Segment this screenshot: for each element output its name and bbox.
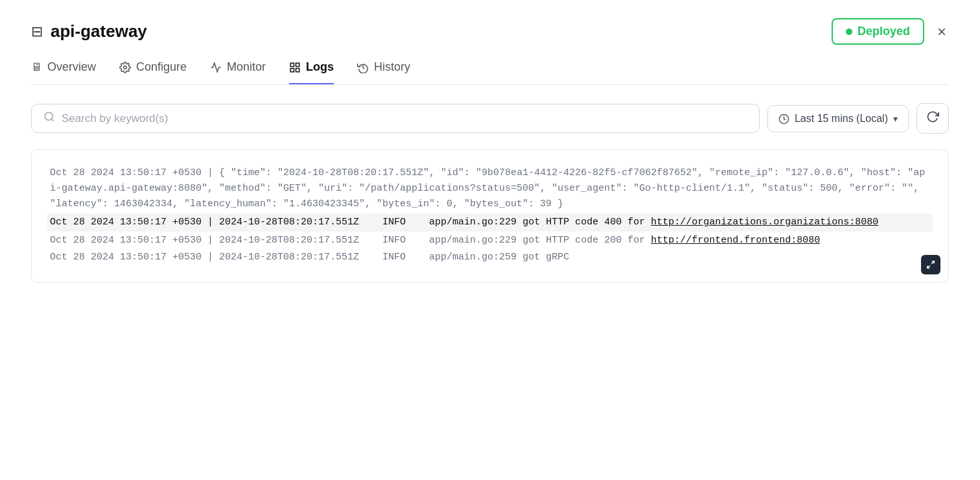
tab-logs[interactable]: Logs: [289, 60, 334, 84]
logs-icon: [289, 61, 301, 74]
svg-point-5: [45, 112, 52, 120]
tab-monitor-label: Monitor: [227, 60, 266, 74]
search-input[interactable]: [62, 112, 747, 125]
nav-tabs: 🖥 Overview Configure Monitor: [31, 60, 949, 85]
svg-rect-1: [290, 63, 294, 66]
search-row: Last 15 mins (Local) ▾: [31, 103, 949, 134]
tab-configure[interactable]: Configure: [119, 60, 187, 84]
tab-monitor[interactable]: Monitor: [210, 60, 266, 84]
close-icon: ×: [937, 23, 946, 40]
log-container: Oct 28 2024 13:50:17 +0530 | { "time": "…: [31, 149, 949, 283]
refresh-button[interactable]: [916, 103, 949, 134]
overview-icon: 🖥: [31, 61, 42, 74]
header-left: ⊟ api-gateway: [31, 21, 147, 42]
refresh-icon: [926, 110, 939, 126]
service-icon: ⊟: [31, 23, 43, 40]
monitor-icon: [210, 61, 222, 74]
svg-rect-3: [296, 69, 299, 72]
tab-history-label: History: [374, 60, 410, 74]
log-entry: Oct 28 2024 13:50:17 +0530 | 2024-10-28T…: [50, 233, 930, 248]
log-entry: Oct 28 2024 13:50:17 +0530 | { "time": "…: [50, 165, 930, 212]
page-title: api-gateway: [51, 21, 147, 42]
header-right: Deployed ×: [832, 18, 949, 45]
close-button[interactable]: ×: [935, 21, 949, 42]
svg-rect-2: [296, 63, 299, 66]
log-entry: Oct 28 2024 13:50:17 +0530 | 2024-10-28T…: [47, 213, 933, 232]
page-header: ⊟ api-gateway Deployed ×: [31, 18, 949, 45]
tab-overview-label: Overview: [47, 60, 96, 74]
log-link[interactable]: http://frontend.frontend:8080: [651, 235, 820, 246]
log-timestamp: Oct 28 2024 13:50:17 +0530: [50, 235, 202, 246]
svg-line-6: [51, 119, 53, 121]
deployed-status-dot: [846, 29, 852, 35]
tab-configure-label: Configure: [136, 60, 187, 74]
search-icon: [43, 111, 55, 126]
search-container: [31, 104, 760, 133]
expand-button[interactable]: [921, 255, 940, 274]
history-icon: [357, 61, 369, 74]
log-timestamp: Oct 28 2024 13:50:17 +0530: [50, 252, 202, 263]
deployed-badge: Deployed: [832, 18, 924, 45]
log-timestamp: Oct 28 2024 13:50:17 +0530: [50, 217, 202, 228]
chevron-down-icon: ▾: [893, 114, 898, 124]
log-entry: Oct 28 2024 13:50:17 +0530 | 2024-10-28T…: [50, 250, 930, 265]
svg-rect-4: [290, 69, 294, 72]
svg-point-0: [124, 66, 127, 69]
tab-history[interactable]: History: [357, 60, 410, 84]
time-range-dropdown[interactable]: Last 15 mins (Local) ▾: [767, 105, 909, 132]
log-timestamp: Oct 28 2024 13:50:17 +0530: [50, 167, 202, 178]
log-link[interactable]: http://organizations.organizations:8080: [651, 217, 878, 228]
clock-icon: [778, 112, 789, 125]
tab-logs-label: Logs: [306, 60, 334, 74]
time-range-label: Last 15 mins (Local): [795, 113, 888, 125]
deployed-label: Deployed: [858, 25, 910, 38]
configure-icon: [119, 61, 131, 74]
tab-overview[interactable]: 🖥 Overview: [31, 60, 96, 84]
